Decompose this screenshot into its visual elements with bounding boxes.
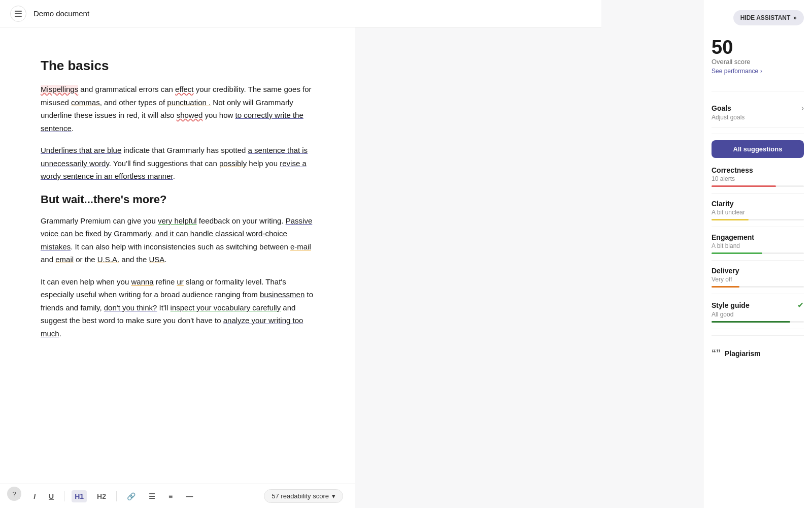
link-button[interactable]: 🔗 — [124, 490, 139, 502]
correctness-item[interactable]: Correctness 10 alerts — [712, 160, 804, 194]
style-guide-label: Style guide — [712, 301, 750, 309]
quote-icon: “” — [712, 348, 721, 359]
correctness-fill — [712, 185, 776, 187]
delivery-detail: Very off — [712, 276, 804, 283]
style-guide-fill — [712, 321, 790, 323]
correctness-detail: 10 alerts — [712, 175, 804, 182]
h2-button[interactable]: H2 — [94, 490, 109, 502]
chevron-right-icon: › — [760, 68, 762, 75]
checkmark-icon: ✔ — [797, 300, 804, 310]
delivery-label: Delivery — [712, 267, 804, 275]
top-bar: Demo document — [0, 0, 601, 27]
goals-label: Goals — [712, 104, 731, 112]
engagement-item[interactable]: Engagement A bit bland — [712, 227, 804, 261]
goals-item[interactable]: Goals › Adjust goals — [712, 98, 804, 128]
correctness-bar — [712, 185, 804, 187]
document-title: Demo document — [33, 9, 89, 18]
clarity-item[interactable]: Clarity A bit unclear — [712, 194, 804, 227]
goals-chevron: › — [801, 104, 804, 113]
editor-area: The basics Mispellings and grammatical e… — [0, 27, 355, 508]
numbered-list-button[interactable]: ≡ — [165, 490, 176, 502]
clarity-detail: A bit unclear — [712, 209, 804, 216]
see-performance-link[interactable]: See performance › — [712, 68, 804, 75]
engagement-detail: A bit bland — [712, 242, 804, 249]
plagiarism-item[interactable]: “” Plagiarism — [712, 342, 804, 365]
style-guide-detail: All good — [712, 311, 804, 318]
svg-rect-2 — [15, 16, 22, 17]
engagement-bar — [712, 252, 804, 254]
clarity-label: Clarity — [712, 200, 804, 208]
svg-rect-0 — [15, 11, 22, 12]
svg-rect-1 — [15, 13, 22, 14]
h1-button[interactable]: H1 — [72, 490, 87, 502]
hide-assistant-button[interactable]: HIDE ASSISTANT » — [733, 10, 804, 25]
strikethrough-button[interactable]: — — [183, 490, 196, 502]
hide-assistant-label: HIDE ASSISTANT — [740, 14, 791, 21]
toolbar-separator — [64, 491, 64, 501]
correctness-label: Correctness — [712, 166, 804, 174]
see-performance-label: See performance — [712, 68, 758, 75]
bullet-list-button[interactable]: ☰ — [146, 490, 158, 502]
bottom-toolbar: ? B I U H1 H2 🔗 ☰ ≡ — 57 readability sco… — [0, 484, 355, 508]
engagement-label: Engagement — [712, 233, 804, 241]
underline-button[interactable]: U — [46, 490, 57, 502]
readability-badge[interactable]: 57 readability score ▾ — [264, 489, 343, 503]
score-label: Overall score — [712, 58, 804, 66]
style-guide-bar — [712, 321, 804, 323]
heading-basics: The basics — [41, 58, 315, 74]
style-guide-item[interactable]: Style guide ✔ All good — [712, 294, 804, 329]
readability-chevron: ▾ — [332, 492, 335, 500]
help-icon[interactable]: ? — [7, 487, 21, 501]
engagement-fill — [712, 252, 762, 254]
readability-score: 57 readability score — [272, 492, 329, 500]
heading-more: But wait...there's more? — [41, 193, 315, 206]
hamburger-button[interactable] — [10, 6, 26, 22]
paragraph-2: Underlines that are blue indicate that G… — [41, 144, 315, 183]
overall-score: 50 — [712, 38, 804, 57]
all-suggestions-button[interactable]: All suggestions — [712, 140, 804, 158]
plagiarism-label: Plagiarism — [725, 350, 761, 358]
chevron-right-icon: » — [793, 14, 797, 21]
score-section: 50 Overall score See performance › — [712, 38, 804, 75]
goals-sub: Adjust goals — [712, 114, 804, 121]
paragraph-1: Mispellings and grammatical errors can e… — [41, 83, 315, 135]
paragraph-4: It can even help when you wanna refine u… — [41, 275, 315, 340]
delivery-fill — [712, 286, 739, 288]
clarity-fill — [712, 219, 749, 220]
clarity-bar — [712, 219, 804, 220]
delivery-item[interactable]: Delivery Very off — [712, 261, 804, 294]
right-panel: HIDE ASSISTANT » 50 Overall score See pe… — [703, 0, 812, 508]
paragraph-3: Grammarly Premium can give you very help… — [41, 214, 315, 266]
italic-button[interactable]: I — [30, 490, 39, 502]
toolbar-separator-2 — [116, 491, 117, 501]
delivery-bar — [712, 286, 804, 288]
